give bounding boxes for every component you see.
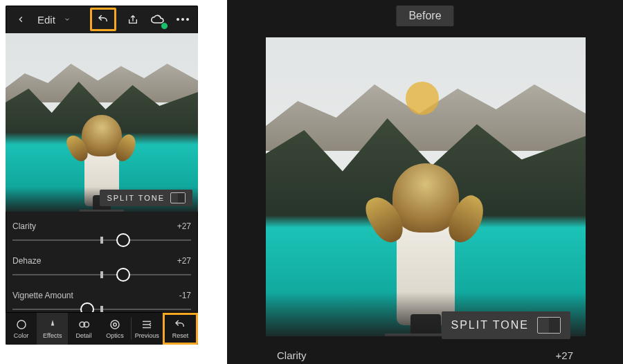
slider-clarity[interactable]: Clarity +27 <box>12 217 191 252</box>
split-tone-label: SPLIT TONE <box>451 319 529 331</box>
optics-icon <box>109 318 121 331</box>
svg-point-0 <box>177 18 179 21</box>
back-button[interactable] <box>12 11 29 28</box>
tab-label: Color <box>14 332 29 339</box>
svg-point-2 <box>186 18 189 21</box>
tab-reset[interactable]: Reset <box>163 313 198 345</box>
more-button[interactable] <box>174 11 191 28</box>
before-badge: Before <box>396 6 453 26</box>
split-tone-button[interactable]: SPLIT TONE <box>442 311 570 339</box>
svg-point-7 <box>111 320 119 329</box>
tab-previous[interactable]: Previous <box>132 313 163 345</box>
undo-button[interactable] <box>90 8 116 31</box>
cloud-sync-icon[interactable] <box>150 11 166 28</box>
slider-track[interactable] <box>12 235 191 245</box>
preview-panel: Before SPLIT TONE Clarity +27 <box>227 0 623 364</box>
color-icon <box>15 318 28 331</box>
reset-icon <box>174 318 186 331</box>
tab-label: Previous <box>135 332 159 339</box>
svg-marker-4 <box>51 320 55 325</box>
tab-label: Optics <box>106 332 124 339</box>
slider-label: Dehaze <box>12 256 41 266</box>
slider-value: +27 <box>177 256 191 266</box>
previous-icon <box>141 318 153 331</box>
tab-detail[interactable]: Detail <box>68 313 99 345</box>
tab-optics[interactable]: Optics <box>100 313 131 345</box>
chevron-down-icon <box>64 16 71 23</box>
top-bar: Edit <box>6 6 198 33</box>
svg-point-8 <box>114 323 117 327</box>
edit-label[interactable]: Edit <box>37 14 55 26</box>
slider-label: Clarity <box>12 221 36 231</box>
share-button[interactable] <box>125 11 141 28</box>
bottom-bar: Color Effects Detail Optics Previous R <box>6 312 198 345</box>
split-tone-label: SPLIT TONE <box>107 194 165 202</box>
effects-icon <box>46 318 59 331</box>
tab-color[interactable]: Color <box>6 313 37 345</box>
slider-label: Clarity <box>277 349 307 361</box>
before-label: Before <box>408 10 441 21</box>
slider-dehaze[interactable]: Dehaze +27 <box>12 252 191 286</box>
svg-point-3 <box>17 320 26 329</box>
slider-value: +27 <box>177 221 191 231</box>
split-tone-button[interactable]: SPLIT TONE <box>100 190 192 206</box>
slider-value: -17 <box>179 291 191 300</box>
phone-panel: Edit <box>6 6 198 345</box>
touch-indicator-icon <box>406 82 439 115</box>
photo-preview[interactable] <box>6 33 198 212</box>
slider-value: +27 <box>556 349 573 361</box>
svg-point-1 <box>181 18 184 21</box>
detail-icon <box>78 318 90 331</box>
slider-label: Vignette Amount <box>12 291 73 300</box>
split-tone-icon <box>537 317 561 334</box>
tab-label: Detail <box>75 332 91 339</box>
tab-label: Effects <box>43 332 62 339</box>
tab-label: Reset <box>172 332 189 339</box>
split-tone-icon <box>170 192 186 203</box>
slider-clarity[interactable]: Clarity +27 <box>277 349 573 361</box>
tab-effects[interactable]: Effects <box>37 313 68 345</box>
slider-track[interactable] <box>12 270 191 280</box>
